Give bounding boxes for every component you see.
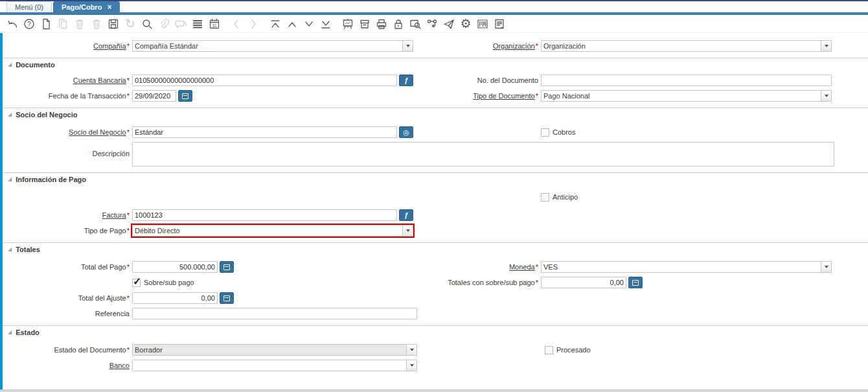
cobros-label: Cobros	[553, 128, 575, 136]
tab-pago-cobro[interactable]: Pago/Cobro ×	[53, 1, 120, 12]
total-ajuste-input[interactable]	[132, 292, 218, 304]
estado-documento-value: Borrador	[132, 344, 406, 356]
compania-select[interactable]: Compañía Estándar	[132, 40, 413, 52]
moneda-select[interactable]: VES	[541, 261, 832, 273]
form-area: Compañía Compañía Estándar Organización …	[0, 33, 868, 389]
send-request-icon[interactable]	[440, 16, 457, 32]
organizacion-select[interactable]: Organización	[541, 40, 832, 52]
delete-selection-icon	[88, 16, 105, 32]
banco-select[interactable]	[132, 360, 417, 371]
chevron-down-icon[interactable]	[821, 90, 832, 102]
checkbox-box[interactable]	[545, 346, 553, 354]
chevron-down-icon[interactable]	[402, 225, 413, 236]
checkbox-box[interactable]	[132, 279, 141, 287]
product-info-icon[interactable]	[474, 16, 491, 32]
calendar-button-icon[interactable]	[178, 90, 192, 102]
procesado-label: Procesado	[556, 346, 591, 354]
calculator-icon[interactable]	[220, 292, 234, 304]
banco-label[interactable]: Banco	[3, 362, 132, 369]
report-icon[interactable]	[339, 16, 356, 32]
socio-negocio-label[interactable]: Socio del Negocio	[3, 128, 132, 136]
find-icon[interactable]	[139, 16, 155, 32]
calculator-icon[interactable]	[220, 261, 234, 273]
previous-record-icon[interactable]	[284, 16, 301, 32]
close-tab-icon[interactable]: ×	[107, 4, 111, 10]
compania-label[interactable]: Compañía	[3, 42, 132, 50]
print-icon[interactable]	[373, 16, 390, 32]
svg-text:?: ?	[27, 20, 31, 27]
help-icon[interactable]: ?	[21, 16, 38, 32]
next-record-icon[interactable]	[301, 16, 317, 32]
estado-documento-label: Estado del Documento	[3, 346, 132, 354]
tab-menu[interactable]: Menú (0)	[6, 1, 52, 12]
section-estado[interactable]: ◢ Estado	[3, 325, 868, 336]
referencia-label: Referencia	[3, 310, 132, 317]
organizacion-label[interactable]: Organización	[435, 42, 541, 50]
attachment-icon	[155, 16, 172, 32]
calculator-icon[interactable]	[628, 277, 643, 288]
checkbox-box[interactable]	[541, 193, 549, 202]
estado-documento-select[interactable]: Borrador	[132, 344, 417, 356]
calendar-icon[interactable]: 31	[206, 16, 223, 32]
report-window-icon[interactable]	[491, 16, 508, 32]
detail-record-icon	[245, 16, 262, 32]
chevron-down-icon[interactable]	[821, 261, 832, 273]
new-record-icon[interactable]	[38, 16, 54, 32]
business-partner-info-icon[interactable]: ◎	[399, 126, 413, 138]
descripcion-textarea[interactable]	[132, 142, 834, 167]
total-pago-input[interactable]	[132, 261, 218, 273]
procesado-checkbox[interactable]: Procesado	[545, 346, 591, 354]
no-documento-input[interactable]	[541, 75, 832, 86]
fecha-transaccion-input[interactable]	[132, 90, 176, 102]
banco-value	[132, 360, 406, 371]
record-lookup-icon[interactable]: ƒ	[399, 75, 413, 86]
toggle-grid-icon[interactable]	[189, 16, 206, 32]
socio-negocio-input[interactable]	[132, 126, 397, 138]
totales-sobre-sub-input[interactable]	[541, 277, 626, 288]
last-record-icon[interactable]	[317, 16, 334, 32]
chevron-down-icon[interactable]	[406, 344, 417, 356]
section-totales[interactable]: ◢ Totales	[3, 242, 868, 253]
tab-pago-cobro-label: Pago/Cobro	[62, 3, 102, 11]
tipo-pago-value: Débito Directo	[132, 225, 402, 236]
svg-text:31: 31	[212, 23, 217, 27]
cobros-checkbox[interactable]: Cobros	[541, 128, 575, 137]
section-info-pago[interactable]: ◢ Información de Pago	[3, 172, 868, 183]
sobre-sub-pago-checkbox[interactable]: Sobre/sub pago	[132, 279, 194, 287]
referencia-input[interactable]	[132, 308, 417, 319]
compania-value: Compañía Estándar	[132, 40, 402, 52]
zoom-across-icon[interactable]	[407, 16, 424, 32]
anticipo-checkbox[interactable]: Anticipo	[541, 193, 578, 202]
section-info-pago-title: Información de Pago	[16, 176, 86, 183]
factura-label[interactable]: Factura	[3, 211, 132, 219]
tipo-documento-label[interactable]: Tipo de Documento	[435, 92, 541, 100]
lock-icon[interactable]	[390, 16, 407, 32]
chevron-down-icon[interactable]	[406, 360, 417, 371]
checkbox-box[interactable]	[541, 128, 549, 137]
save-icon[interactable]	[105, 16, 122, 32]
moneda-label[interactable]: Moneda	[435, 263, 541, 271]
undo-icon[interactable]	[4, 16, 21, 32]
left-accent-bar	[0, 33, 3, 389]
record-lookup-icon[interactable]: ƒ	[399, 209, 413, 221]
chevron-down-icon[interactable]	[821, 40, 832, 52]
tipo-pago-select[interactable]: Débito Directo	[132, 225, 413, 236]
first-record-icon[interactable]	[267, 16, 284, 32]
archive-icon[interactable]	[356, 16, 373, 32]
collapse-triangle-icon: ◢	[8, 112, 12, 117]
collapse-triangle-icon: ◢	[8, 62, 12, 67]
factura-input[interactable]	[132, 209, 397, 221]
cuenta-bancaria-label[interactable]: Cuenta Bancaria	[3, 76, 132, 84]
preferences-icon[interactable]: ⚙	[457, 16, 474, 32]
section-socio-negocio[interactable]: ◢ Socio del Negocio	[3, 108, 868, 119]
copy-record-icon	[54, 16, 71, 32]
cuenta-bancaria-input[interactable]	[132, 75, 397, 86]
fecha-transaccion-label: Fecha de la Transacción	[3, 92, 132, 100]
organizacion-value: Organización	[541, 40, 821, 52]
tipo-documento-select[interactable]: Pago Nacional	[541, 90, 832, 102]
section-documento[interactable]: ◢ Documento	[3, 58, 868, 69]
totales-sobre-sub-label: Totales con sobre/sub pago	[435, 279, 541, 286]
workflow-icon[interactable]	[424, 16, 440, 32]
chat-icon	[172, 16, 189, 32]
chevron-down-icon[interactable]	[402, 40, 413, 52]
